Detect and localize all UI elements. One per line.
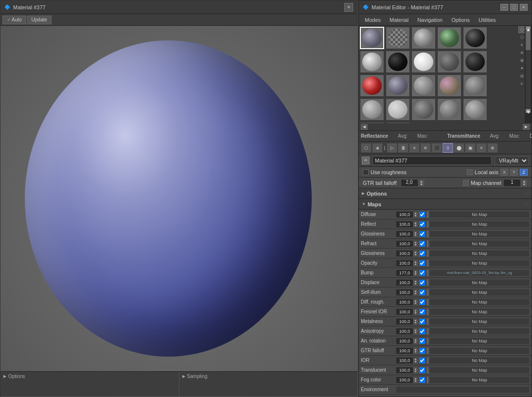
menu-modes[interactable]: Modes xyxy=(361,16,385,24)
map-btn-15[interactable]: No Map xyxy=(429,357,530,364)
gtr-arrows[interactable]: ▲ ▼ xyxy=(418,179,425,187)
eyedropper-icon[interactable]: ✏ xyxy=(362,157,370,164)
map-spinner-8[interactable]: 100,0 xyxy=(396,289,413,296)
map-check-17[interactable] xyxy=(419,377,425,383)
map-check-1[interactable] xyxy=(419,221,425,227)
map-btn-0[interactable]: No Map xyxy=(429,211,530,218)
map-spinner-10[interactable]: 100,0 xyxy=(396,308,413,315)
map-btn-16[interactable]: No Map xyxy=(429,367,530,374)
map-check-10[interactable] xyxy=(419,309,425,315)
toolbar-icon-6[interactable]: ⬛ xyxy=(431,143,442,153)
map-arrows-17[interactable]: ▲▼ xyxy=(413,377,418,383)
mat-thumb-9[interactable] xyxy=(463,51,487,73)
toolbar-icon-0[interactable]: ⬡ xyxy=(361,143,372,153)
map-arrows-14[interactable]: ▲▼ xyxy=(413,347,418,354)
map-btn-2[interactable]: No Map xyxy=(429,231,530,237)
scroll-thumb[interactable] xyxy=(526,31,531,50)
map-arrows-10[interactable]: ▲▼ xyxy=(413,308,418,315)
collapse-right-btn[interactable]: ▶ xyxy=(523,124,530,130)
mat-thumb-8[interactable] xyxy=(437,51,461,73)
thumbnail-scrollbar[interactable]: ▲ ▼ xyxy=(525,26,532,123)
map-spinner-7[interactable]: 100,0 xyxy=(396,279,413,286)
mat-thumb-16[interactable] xyxy=(386,98,410,121)
map-btn-13[interactable]: No Map xyxy=(429,338,530,344)
map-check-6[interactable] xyxy=(419,270,425,276)
map-btn-4[interactable]: No Map xyxy=(429,250,530,257)
mat-thumb-17[interactable] xyxy=(411,98,436,121)
maximize-button[interactable]: □ xyxy=(510,4,518,11)
map-btn-17[interactable]: No Map xyxy=(429,377,530,383)
map-btn-3[interactable]: No Map xyxy=(429,240,530,247)
map-arrows-7[interactable]: ▲▼ xyxy=(413,279,418,286)
map-check-7[interactable] xyxy=(419,280,425,286)
map-check-12[interactable] xyxy=(419,328,425,334)
map-arrows-12[interactable]: ▲▼ xyxy=(413,328,418,335)
mat-thumb-1[interactable] xyxy=(386,27,410,49)
map-spinner-1[interactable]: 100,0 xyxy=(396,221,413,228)
side-icon-5[interactable]: ✦ xyxy=(518,65,525,72)
side-icon-0[interactable]: ⬡ xyxy=(518,26,525,33)
mat-thumb-4[interactable] xyxy=(463,27,487,49)
scroll-up-btn[interactable]: ▲ xyxy=(526,26,531,30)
map-spinner-12[interactable]: 100,0 xyxy=(396,328,413,335)
map-spinner-14[interactable]: 100,0 xyxy=(396,347,413,354)
map-btn-14[interactable]: No Map xyxy=(429,347,530,354)
maps-section-header[interactable]: ▼ Maps ⋯ xyxy=(359,199,532,210)
map-spinner-13[interactable]: 100,0 xyxy=(396,338,413,344)
menu-material[interactable]: Material xyxy=(386,16,412,24)
axis-z-button[interactable]: Z xyxy=(520,169,528,176)
side-icon-7[interactable]: ≡ xyxy=(518,81,525,88)
scroll-down-btn[interactable]: ▼ xyxy=(526,109,531,113)
map-arrows-9[interactable]: ▲▼ xyxy=(413,299,418,306)
map-check-9[interactable] xyxy=(419,299,425,305)
map-arrows-4[interactable]: ▲▼ xyxy=(413,250,418,257)
map-check-15[interactable] xyxy=(419,358,425,363)
toolbar-icon-9[interactable]: ▣ xyxy=(465,143,476,153)
toolbar-icon-1[interactable]: ◈ xyxy=(372,143,383,153)
side-icon-1[interactable]: ⬡ xyxy=(518,34,525,41)
map-arrows-2[interactable]: ▲▼ xyxy=(413,231,418,237)
map-spinner-3[interactable]: 100,0 xyxy=(396,240,413,247)
map-spinner-0[interactable]: 100,0 xyxy=(396,211,413,218)
mat-thumb-21[interactable] xyxy=(386,122,410,123)
mat-thumb-5[interactable] xyxy=(360,51,384,73)
toolbar-icon-3[interactable]: 🗑 xyxy=(398,143,408,153)
side-icon-3[interactable]: ≋ xyxy=(518,50,525,56)
mat-thumb-0[interactable] xyxy=(360,27,384,49)
map-btn-6[interactable]: vod-floor-oak_0023-03_3m-by-3m_cg xyxy=(429,270,530,276)
local-axis-checkbox[interactable] xyxy=(467,169,473,175)
map-btn-5[interactable]: No Map xyxy=(429,260,530,267)
map-spinner-5[interactable]: 100,0 xyxy=(396,260,413,267)
axis-y-button[interactable]: Y xyxy=(510,169,518,176)
toolbar-icon-4[interactable]: ≡ xyxy=(409,143,420,153)
options-section-header[interactable]: ▶ Options ⋯ xyxy=(359,188,532,199)
mat-thumb-13[interactable] xyxy=(437,74,461,97)
map-arrows-8[interactable]: ▲▼ xyxy=(413,289,418,296)
side-icon-2[interactable]: ≡ xyxy=(518,42,525,49)
mat-thumb-14[interactable] xyxy=(463,74,487,97)
use-roughness-checkbox[interactable] xyxy=(363,169,369,175)
map-btn-11[interactable]: No Map xyxy=(429,318,530,325)
gtr-value-input[interactable]: 2,0 xyxy=(401,179,418,187)
toolbar-icon-8[interactable]: ⬤ xyxy=(454,143,464,153)
map-btn-18[interactable] xyxy=(396,386,530,393)
axis-x-button[interactable]: X xyxy=(500,169,508,176)
map-btn-12[interactable]: No Map xyxy=(429,328,530,335)
collapse-left-btn[interactable]: ◀ xyxy=(361,124,368,130)
menu-options[interactable]: Options xyxy=(447,16,474,24)
map-spinner-11[interactable]: 100,0 xyxy=(396,318,413,325)
map-btn-7[interactable]: No Map xyxy=(429,279,530,286)
map-btn-1[interactable]: No Map xyxy=(429,221,530,228)
map-channel-value[interactable]: 1 xyxy=(503,179,521,187)
mat-thumb-3[interactable] xyxy=(437,27,461,49)
map-arrows-11[interactable]: ▲▼ xyxy=(413,318,418,325)
mat-thumb-7[interactable] xyxy=(411,51,436,73)
map-btn-10[interactable]: No Map xyxy=(429,308,530,315)
menu-utilities[interactable]: Utilities xyxy=(475,16,499,24)
toolbar-icon-10[interactable]: ≡ xyxy=(476,143,487,153)
map-spinner-17[interactable]: 100,0 xyxy=(396,377,413,383)
map-check-13[interactable] xyxy=(419,338,425,344)
left-close-button[interactable]: ✕ xyxy=(344,3,353,12)
map-arrows-13[interactable]: ▲▼ xyxy=(413,338,418,344)
map-check-0[interactable] xyxy=(419,212,425,217)
